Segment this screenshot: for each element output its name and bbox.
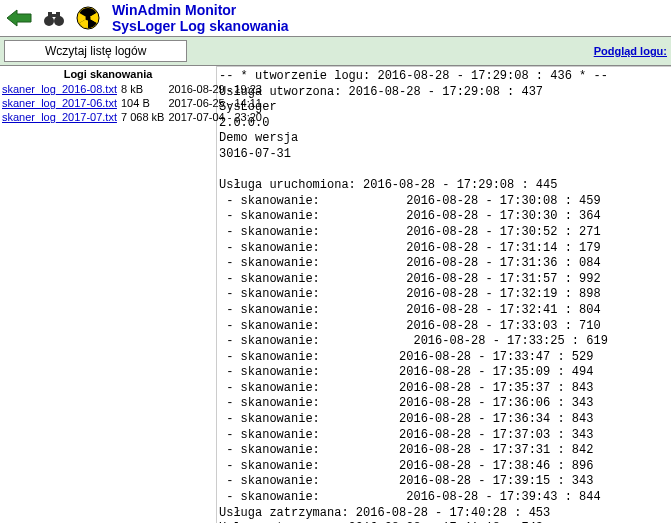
log-size: 7 068 kB — [119, 110, 166, 124]
log-file-link[interactable]: skaner_log_2016-08.txt — [2, 83, 117, 95]
preview-log-link[interactable]: Podgląd logu: — [594, 45, 667, 57]
svg-point-7 — [86, 16, 91, 21]
log-list-panel: Logi skanowania skaner_log_2016-08.txt8 … — [0, 66, 217, 523]
log-file-link[interactable]: skaner_log_2017-06.txt — [2, 97, 117, 109]
header-bar: WinAdmin Monitor SysLoger Log skanowania — [0, 0, 671, 36]
log-file-link[interactable]: skaner_log_2017-07.txt — [2, 111, 117, 123]
svg-marker-0 — [7, 10, 31, 26]
title-block: WinAdmin Monitor SysLoger Log skanowania — [112, 2, 289, 34]
log-size: 8 kB — [119, 82, 166, 96]
radiation-icon[interactable] — [74, 6, 102, 30]
binoculars-icon[interactable] — [40, 6, 68, 30]
back-button[interactable] — [6, 6, 34, 30]
log-list-header: Logi skanowania — [0, 66, 216, 82]
svg-rect-5 — [51, 14, 57, 17]
toolbar: Wczytaj listę logów Podgląd logu: — [0, 36, 671, 66]
log-size: 104 B — [119, 96, 166, 110]
load-logs-button[interactable]: Wczytaj listę logów — [4, 40, 187, 62]
log-content-viewer: -- * utworzenie logu: 2016-08-28 - 17:29… — [217, 66, 671, 523]
content-area: Logi skanowania skaner_log_2016-08.txt8 … — [0, 66, 671, 523]
app-title: WinAdmin Monitor — [112, 2, 289, 18]
app-subtitle: SysLoger Log skanowania — [112, 18, 289, 34]
